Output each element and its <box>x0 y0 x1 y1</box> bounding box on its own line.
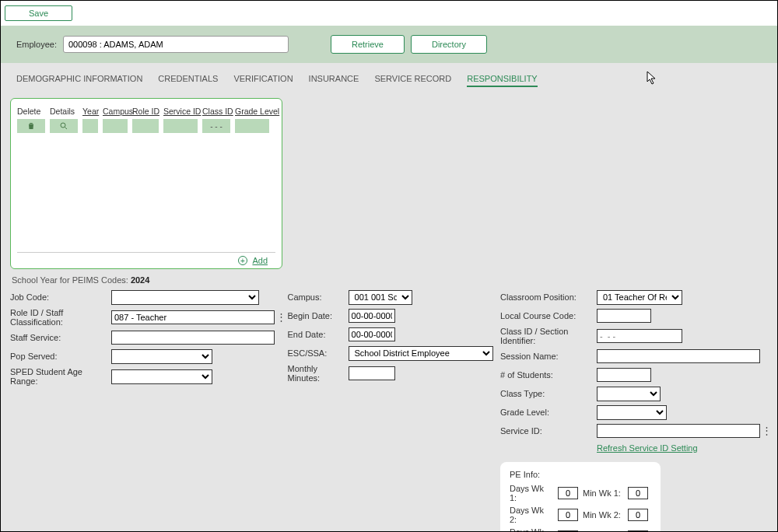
svg-line-1 <box>65 128 68 130</box>
end-date-input[interactable] <box>349 327 395 341</box>
detail-form: Job Code: Role ID / Staff Classification… <box>9 289 769 532</box>
cell-year <box>82 119 98 133</box>
pe-info-panel: PE Info: Days Wk 1: Min Wk 1: Days Wk 2:… <box>500 462 661 532</box>
grade-level-label: Grade Level: <box>500 408 597 417</box>
local-course-input[interactable] <box>597 309 651 323</box>
class-id-label: Class ID / Section Identifier: <box>500 327 597 345</box>
role-id-more-icon[interactable]: ⋮ <box>276 313 282 321</box>
role-id-input[interactable] <box>111 310 275 324</box>
details-row-button[interactable] <box>50 119 78 133</box>
responsibility-grid: Delete Details Year Campus Role ID Servi… <box>10 98 282 269</box>
save-button[interactable]: Save <box>5 5 72 21</box>
tab-verification[interactable]: VERIFICATION <box>233 74 293 87</box>
min-wk1-input[interactable] <box>628 487 648 499</box>
col-service-id[interactable]: Service ID <box>163 107 198 116</box>
staff-service-input[interactable] <box>111 331 275 345</box>
refresh-service-id-link[interactable]: Refresh Service ID Setting <box>597 443 768 453</box>
delete-row-button[interactable] <box>17 119 45 133</box>
service-id-label: Service ID: <box>500 426 597 436</box>
job-code-label: Job Code: <box>10 292 111 302</box>
svg-point-0 <box>61 123 65 128</box>
grid-footer: + Add <box>17 252 275 265</box>
service-id-more-icon[interactable]: ⋮ <box>762 427 768 435</box>
monthly-min-label: Monthly Minutes: <box>288 364 349 383</box>
retrieve-button[interactable]: Retrieve <box>331 35 405 54</box>
grade-level-select[interactable] <box>597 405 667 420</box>
pop-served-label: Pop Served: <box>10 352 111 361</box>
employee-bar: Employee: Retrieve Directory <box>1 26 777 63</box>
begin-date-label: Begin Date: <box>288 311 349 320</box>
service-id-input[interactable] <box>597 424 760 438</box>
days-wk1-input[interactable] <box>558 487 578 499</box>
cell-grade-level <box>235 119 269 133</box>
min-wk2-label: Min Wk 2: <box>583 510 623 520</box>
classroom-pos-select[interactable]: 01 Teacher Of Record <box>597 290 682 305</box>
sped-age-select[interactable] <box>111 369 212 384</box>
school-year-line: School Year for PEIMS Codes: 2024 <box>9 269 769 289</box>
main-area: DEMOGRAPHIC INFORMATION CREDENTIALS VERI… <box>1 63 777 532</box>
end-date-label: End Date: <box>288 330 349 339</box>
campus-select[interactable]: 001 001 School <box>349 290 412 305</box>
plus-icon: + <box>238 256 247 265</box>
cell-service-id <box>163 119 198 133</box>
tab-insurance[interactable]: INSURANCE <box>309 74 359 87</box>
employee-input[interactable] <box>63 36 289 53</box>
pop-served-select[interactable] <box>111 349 212 364</box>
job-code-select[interactable] <box>111 290 259 305</box>
days-wk1-label: Days Wk 1: <box>510 484 553 502</box>
class-id-input[interactable] <box>597 329 682 343</box>
tab-service-record[interactable]: SERVICE RECORD <box>374 74 451 87</box>
class-type-select[interactable] <box>597 387 661 401</box>
detail-col-3: Classroom Position: 01 Teacher Of Record… <box>500 289 768 532</box>
role-id-label: Role ID / Staff Classification: <box>10 308 111 327</box>
num-students-input[interactable] <box>597 368 651 382</box>
sped-age-label: SPED Student Age Range: <box>10 367 111 386</box>
magnifier-icon <box>59 121 68 131</box>
esc-ssa-select[interactable]: School District Employee <box>349 346 493 361</box>
esc-ssa-label: ESC/SSA: <box>288 348 349 358</box>
col-year[interactable]: Year <box>82 107 98 116</box>
class-type-label: Class Type: <box>500 389 597 398</box>
min-wk1-label: Min Wk 1: <box>583 488 623 498</box>
campus-label: Campus: <box>288 292 349 302</box>
col-delete[interactable]: Delete <box>17 107 45 116</box>
trash-icon <box>26 121 36 131</box>
col-campus[interactable]: Campus <box>103 107 128 116</box>
cell-campus <box>103 119 128 133</box>
tab-demographic[interactable]: DEMOGRAPHIC INFORMATION <box>16 74 142 87</box>
tab-strip: DEMOGRAPHIC INFORMATION CREDENTIALS VERI… <box>9 63 769 93</box>
col-grade-level[interactable]: Grade Level <box>235 107 269 116</box>
local-course-label: Local Course Code: <box>500 311 597 320</box>
directory-button[interactable]: Directory <box>411 35 487 54</box>
add-row-link[interactable]: Add <box>252 256 268 265</box>
cell-role-id <box>132 119 159 133</box>
col-role-id[interactable]: Role ID <box>132 107 159 116</box>
school-year-value: 2024 <box>131 275 149 285</box>
session-name-label: Session Name: <box>500 352 597 361</box>
days-wk2-label: Days Wk 2: <box>510 506 553 524</box>
col-class-id[interactable]: Class ID <box>202 107 230 116</box>
table-row: - - - <box>17 119 275 133</box>
employee-label: Employee: <box>16 40 57 49</box>
tab-credentials[interactable]: CREDENTIALS <box>158 74 218 87</box>
min-wk2-input[interactable] <box>628 509 648 521</box>
school-year-label: School Year for PEIMS Codes: <box>12 275 131 285</box>
begin-date-input[interactable] <box>349 309 395 323</box>
staff-service-label: Staff Service: <box>10 333 111 342</box>
pe-info-title: PE Info: <box>510 470 651 479</box>
session-name-input[interactable] <box>597 349 760 363</box>
classroom-pos-label: Classroom Position: <box>500 292 597 302</box>
detail-col-2: Campus: 001 001 School Begin Date: End D… <box>288 289 500 532</box>
top-toolbar: Save <box>1 1 777 26</box>
detail-col-1: Job Code: Role ID / Staff Classification… <box>10 289 288 532</box>
num-students-label: # of Students: <box>500 370 597 380</box>
days-wk3-label: Days Wk 3: <box>510 527 553 532</box>
cell-class-id: - - - <box>202 119 230 133</box>
grid-header: Delete Details Year Campus Role ID Servi… <box>17 107 275 116</box>
monthly-min-input[interactable] <box>349 366 395 380</box>
days-wk2-input[interactable] <box>558 509 578 521</box>
col-details[interactable]: Details <box>50 107 78 116</box>
tab-responsibility[interactable]: RESPONSIBILITY <box>467 74 537 87</box>
